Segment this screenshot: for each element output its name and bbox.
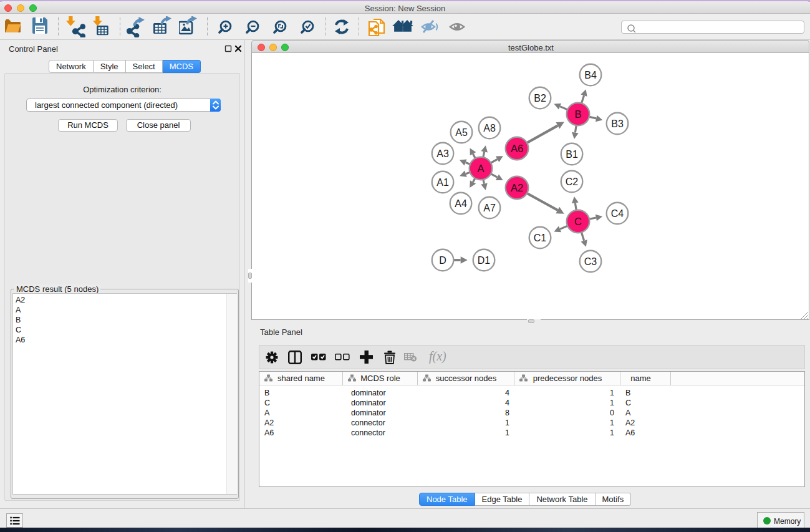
svg-text:A6: A6 [511,143,523,154]
svg-text:A7: A7 [483,203,496,213]
svg-text:C4: C4 [611,208,624,219]
svg-text:C2: C2 [566,177,579,187]
svg-text:A3: A3 [436,148,449,159]
svg-text:A2: A2 [511,182,523,193]
svg-text:B: B [574,109,581,120]
svg-text:B2: B2 [534,93,546,104]
svg-text:A8: A8 [483,123,496,133]
svg-text:C3: C3 [584,256,597,267]
svg-text:D: D [439,255,446,266]
svg-text:A4: A4 [455,198,467,209]
svg-text:A1: A1 [436,177,449,188]
svg-text:A: A [477,163,484,174]
svg-text:C1: C1 [534,233,547,243]
svg-text:B1: B1 [566,149,578,160]
svg-text:B3: B3 [611,118,624,129]
svg-text:A5: A5 [455,127,468,138]
svg-text:B4: B4 [584,70,597,80]
svg-text:D1: D1 [478,255,491,266]
svg-text:C: C [574,216,582,227]
